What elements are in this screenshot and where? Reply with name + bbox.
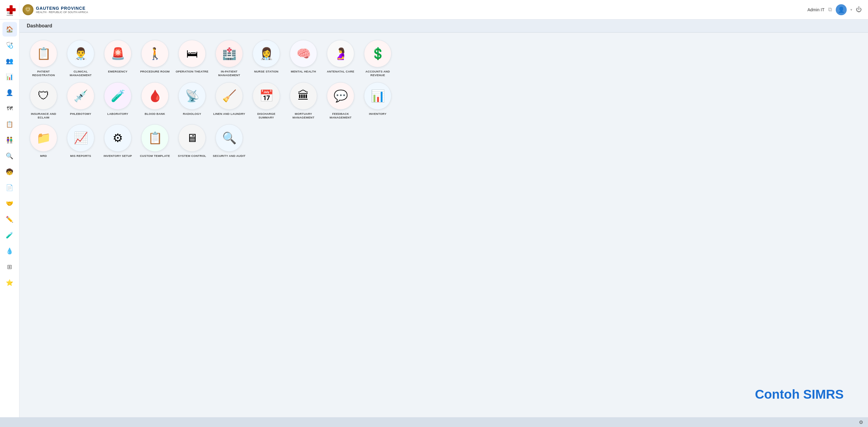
module-clinical-management[interactable]: 👨‍⚕️CLINICAL MANAGEMENT — [64, 40, 97, 77]
module-icon-antenatal-care: 🤰 — [327, 40, 354, 67]
sidebar-item-group[interactable]: 👫 — [2, 133, 17, 147]
sidebar-item-pen[interactable]: ✏️ — [2, 212, 17, 227]
module-mis-reports[interactable]: 📈MIS REPORTS — [64, 124, 97, 158]
module-icon-emergency: 🚨 — [104, 40, 131, 67]
module-icon-insurance: 🛡 — [30, 82, 57, 110]
module-feedback-management[interactable]: 💬FEEDBACK MANAGEMENT — [324, 82, 357, 120]
app-logo: digital Hospital — [6, 3, 20, 17]
module-icon-mortuary-management: 🏛 — [290, 82, 317, 110]
sidebar-item-chart[interactable]: 📊 — [2, 69, 17, 84]
sidebar-item-star[interactable]: ⭐ — [2, 275, 17, 290]
sidebar-item-hands[interactable]: 🤝 — [2, 196, 17, 211]
module-mental-health[interactable]: 🧠MENTAL HEALTH — [287, 40, 320, 77]
module-label-blood-bank: BLOOD BANK — [145, 112, 165, 116]
sidebar-item-grid[interactable]: ⊞ — [2, 259, 17, 274]
module-icon-mental-health: 🧠 — [290, 40, 317, 67]
module-system-control[interactable]: 🖥SYSTEM CONTROL — [175, 124, 209, 158]
module-phlebotomy[interactable]: 💉PHLEBOTOMY — [64, 82, 97, 120]
module-accounts-revenue[interactable]: 💲ACCOUNTS AND REVENUE — [361, 40, 395, 77]
module-laboratory[interactable]: 🧪LABORATORY — [101, 82, 134, 120]
sidebar-item-map[interactable]: 🗺 — [2, 101, 17, 116]
module-operation-theatre[interactable]: 🛏OPERATION THEATRE — [175, 40, 209, 77]
module-blood-bank[interactable]: 🩸BLOOD BANK — [138, 82, 172, 120]
module-label-system-control: SYSTEM CONTROL — [178, 154, 206, 158]
sidebar-item-flask[interactable]: 🧪 — [2, 228, 17, 243]
module-icon-phlebotomy: 💉 — [67, 82, 94, 110]
module-label-linen-laundry: LINEN AND LAUNDRY — [213, 112, 245, 116]
dashboard-header: Dashboard — [20, 20, 868, 33]
province-subtitle: HEALTH · REPUBLIC OF SOUTH AFRICA — [36, 11, 88, 14]
module-label-in-patient-management: IN-PATIENT MANAGEMENT — [212, 70, 246, 77]
sidebar-item-home[interactable]: 🏠 — [2, 22, 17, 36]
module-label-radiology: RADIOLOGY — [183, 112, 201, 116]
modules-row-0: 📋PATIENT REGISTRATION👨‍⚕️CLINICAL MANAGE… — [27, 40, 861, 77]
sidebar-item-users[interactable]: 👥 — [2, 54, 17, 68]
module-discharge-summary[interactable]: 📅DISCHARGE SUMMARY — [250, 82, 283, 120]
module-antenatal-care[interactable]: 🤰ANTENATAL CARE — [324, 40, 357, 77]
coat-of-arms: 🛡 — [23, 4, 33, 15]
footer-bar: ⚙ — [0, 417, 868, 427]
svg-rect-1 — [7, 8, 16, 11]
copy-icon[interactable]: ⧉ — [828, 6, 832, 13]
modules-area: 📋PATIENT REGISTRATION👨‍⚕️CLINICAL MANAGE… — [20, 33, 868, 417]
module-icon-mis-reports: 📈 — [67, 124, 94, 152]
module-icon-inventory: 📊 — [364, 82, 392, 110]
module-icon-inventory-setup: ⚙ — [104, 124, 131, 152]
watermark-text: Contoh SIMRS — [755, 387, 844, 402]
module-label-laboratory: LABORATORY — [107, 112, 128, 116]
module-inventory[interactable]: 📊INVENTORY — [361, 82, 395, 120]
module-label-operation-theatre: OPERATION THEATRE — [176, 70, 209, 74]
header-right: Admin IT ⧉ 👤 ▾ ⏻ — [807, 4, 862, 15]
module-icon-feedback-management: 💬 — [327, 82, 354, 110]
module-procedure-room[interactable]: 🚶PROCEDURE ROOM — [138, 40, 172, 77]
module-icon-patient-registration: 📋 — [30, 40, 57, 67]
module-nurse-station[interactable]: 👩‍⚕️NURSE STATION — [250, 40, 283, 77]
sidebar-item-table[interactable]: 📋 — [2, 117, 17, 132]
module-icon-procedure-room: 🚶 — [141, 40, 168, 67]
sidebar: 🏠🩺👥📊👤🗺📋👫🔍🧒📄🤝✏️🧪💧⊞⭐ — [0, 20, 20, 417]
module-label-nurse-station: NURSE STATION — [254, 70, 278, 74]
module-label-clinical-management: CLINICAL MANAGEMENT — [64, 70, 97, 77]
module-emergency[interactable]: 🚨EMERGENCY — [101, 40, 134, 77]
module-in-patient-management[interactable]: 🏥IN-PATIENT MANAGEMENT — [212, 40, 246, 77]
module-label-mortuary-management: MORTUARY MANAGEMENT — [287, 112, 320, 120]
module-icon-blood-bank: 🩸 — [141, 82, 168, 110]
modules-grid: 📋PATIENT REGISTRATION👨‍⚕️CLINICAL MANAGE… — [27, 40, 861, 158]
module-label-inventory: INVENTORY — [369, 112, 386, 116]
module-label-mis-reports: MIS REPORTS — [70, 154, 91, 158]
module-label-emergency: EMERGENCY — [108, 70, 127, 74]
chevron-down-icon[interactable]: ▾ — [850, 8, 852, 12]
module-patient-registration[interactable]: 📋PATIENT REGISTRATION — [27, 40, 60, 77]
province-name: GAUTENG PROVINCE — [36, 6, 88, 11]
sidebar-item-drop[interactable]: 💧 — [2, 244, 17, 258]
logout-icon[interactable]: ⏻ — [856, 6, 862, 13]
module-mortuary-management[interactable]: 🏛MORTUARY MANAGEMENT — [287, 82, 320, 120]
page-title: Dashboard — [27, 23, 52, 28]
module-mrd[interactable]: 📁MRD — [27, 124, 60, 158]
sidebar-item-document[interactable]: 📄 — [2, 180, 17, 195]
header-left: digital Hospital 🛡 GAUTENG PROVINCE HEAL… — [6, 3, 88, 17]
module-icon-security-audit: 🔍 — [215, 124, 243, 152]
sidebar-item-person[interactable]: 👤 — [2, 85, 17, 100]
module-custom-template[interactable]: 📋CUSTOM TEMPLATE — [138, 124, 172, 158]
sidebar-item-search[interactable]: 🔍 — [2, 149, 17, 163]
sidebar-item-baby[interactable]: 🧒 — [2, 165, 17, 179]
module-icon-custom-template: 📋 — [141, 124, 168, 152]
avatar: 👤 — [836, 4, 847, 15]
sidebar-item-patients[interactable]: 🩺 — [2, 38, 17, 52]
module-linen-laundry[interactable]: 🧹LINEN AND LAUNDRY — [212, 82, 246, 120]
modules-row-2: 📁MRD📈MIS REPORTS⚙INVENTORY SETUP📋CUSTOM … — [27, 124, 861, 158]
layout: 🏠🩺👥📊👤🗺📋👫🔍🧒📄🤝✏️🧪💧⊞⭐ Dashboard 📋PATIENT RE… — [0, 20, 868, 417]
module-label-custom-template: CUSTOM TEMPLATE — [140, 154, 170, 158]
main-content: Dashboard 📋PATIENT REGISTRATION👨‍⚕️CLINI… — [20, 20, 868, 417]
module-label-accounts-revenue: ACCOUNTS AND REVENUE — [361, 70, 395, 77]
module-label-insurance: INSURANCE AND ECLAIM — [27, 112, 60, 120]
module-label-security-audit: SECURITY AND AUDIT — [213, 154, 245, 158]
module-inventory-setup[interactable]: ⚙INVENTORY SETUP — [101, 124, 134, 158]
province-logo: 🛡 GAUTENG PROVINCE HEALTH · REPUBLIC OF … — [23, 4, 88, 15]
module-insurance[interactable]: 🛡INSURANCE AND ECLAIM — [27, 82, 60, 120]
module-security-audit[interactable]: 🔍SECURITY AND AUDIT — [212, 124, 246, 158]
settings-icon[interactable]: ⚙ — [859, 419, 863, 425]
module-icon-radiology: 📡 — [178, 82, 206, 110]
module-radiology[interactable]: 📡RADIOLOGY — [175, 82, 209, 120]
